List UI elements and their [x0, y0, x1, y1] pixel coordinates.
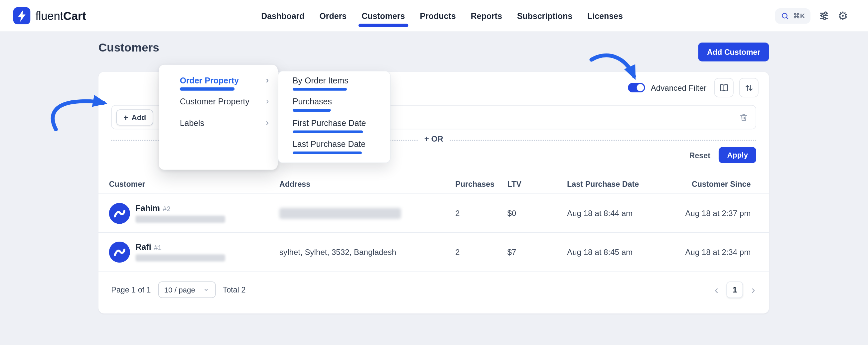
customer-info: Rafi#1 — [136, 242, 225, 261]
purchases-cell: 2 — [455, 209, 507, 218]
chevron-right-icon: › — [266, 117, 269, 128]
nav-item-orders[interactable]: Orders — [319, 11, 346, 20]
customer-cell: Fahim#2 — [109, 203, 279, 224]
apply-button[interactable]: Apply — [719, 147, 756, 163]
address-cell: sylhet, Sylhet, 3532, Bangladesh — [279, 247, 455, 256]
brand-name-second: Cart — [63, 9, 86, 22]
submenu-item-purchases[interactable]: Purchases — [293, 97, 332, 106]
gear-icon[interactable]: ⚙ — [838, 10, 848, 22]
viewport: fluentCart Dashboard Orders Customers Pr… — [0, 0, 868, 345]
redacted-email — [136, 216, 225, 223]
add-customer-button[interactable]: Add Customer — [698, 42, 769, 62]
avatar — [109, 203, 130, 224]
last-purchase-cell: Aug 18 at 8:45 am — [567, 247, 676, 256]
nav-item-licenses[interactable]: Licenses — [587, 11, 623, 20]
page-info: Page 1 of 1 — [111, 285, 151, 294]
nav-item-customers[interactable]: Customers — [362, 11, 405, 20]
menu-item-label: Labels — [180, 118, 205, 127]
page-title: Customers — [98, 41, 159, 54]
skeleton-bar — [293, 131, 363, 133]
menu-item-customer-property[interactable]: Customer Property › — [159, 91, 278, 112]
pagination-bar: Page 1 of 1 10 / page ⌄ Total 2 ‹ 1 › — [98, 278, 769, 302]
reset-button[interactable]: Reset — [689, 148, 710, 163]
advanced-filter-label: Advanced Filter — [651, 83, 707, 92]
search-icon — [780, 11, 789, 20]
nav-item-subscriptions[interactable]: Subscriptions — [517, 11, 572, 20]
prev-page-chevron-left-icon[interactable]: ‹ — [713, 284, 719, 295]
menu-item-label: Customer Property — [180, 96, 249, 106]
nav-item-products[interactable]: Products — [420, 11, 456, 20]
search-shortcut-label: ⌘K — [793, 12, 805, 20]
filter-option-submenu: By Order Items Purchases First Purchase … — [278, 71, 391, 163]
brand-logo[interactable]: fluentCart — [13, 7, 86, 25]
avatar — [109, 241, 130, 262]
purchases-cell: 2 — [455, 247, 507, 256]
toggle-knob — [637, 84, 644, 91]
total-count: Total 2 — [223, 285, 246, 294]
brand-name: fluentCart — [35, 9, 86, 22]
ltv-cell: $7 — [507, 247, 567, 256]
customer-info: Fahim#2 — [136, 203, 225, 223]
submenu-item-first-purchase-date[interactable]: First Purchase Date — [293, 118, 366, 128]
nav-item-dashboard[interactable]: Dashboard — [261, 11, 304, 20]
arrow-to-add-button — [53, 101, 103, 129]
add-filter-label: Add — [132, 113, 146, 122]
table-row[interactable]: Rafi#1 sylhet, Sylhet, 3532, Bangladesh … — [98, 233, 769, 271]
brand-name-first: fluent — [35, 9, 63, 22]
skeleton-bar — [180, 87, 235, 91]
address-cell — [279, 208, 455, 219]
main-nav: Dashboard Orders Customers Products Repo… — [261, 0, 623, 32]
customer-name: Fahim — [136, 203, 160, 213]
chevron-down-icon: ⌄ — [203, 283, 210, 292]
skeleton-bar — [293, 109, 331, 112]
skeleton-bar — [293, 88, 347, 90]
or-divider-button[interactable]: + OR — [418, 134, 450, 143]
redacted-email — [136, 254, 225, 261]
trash-icon[interactable] — [739, 113, 748, 122]
col-header-last-purchase-date: Last Purchase Date — [567, 180, 676, 189]
redacted-address — [279, 208, 401, 219]
nav-item-reports[interactable]: Reports — [471, 11, 502, 20]
chevron-right-icon: › — [266, 75, 269, 86]
menu-item-label: Order Property — [180, 75, 239, 85]
sort-button[interactable] — [739, 78, 758, 97]
skeleton-bar — [293, 152, 362, 154]
submenu-item-by-order-items[interactable]: By Order Items — [293, 76, 348, 85]
filter-header: Advanced Filter — [628, 78, 758, 97]
chevron-right-icon: › — [266, 96, 269, 107]
search-button[interactable]: ⌘K — [775, 8, 810, 24]
sliders-icon[interactable] — [819, 11, 830, 21]
add-filter-button[interactable]: + Add — [116, 109, 153, 125]
top-navigation-bar: fluentCart Dashboard Orders Customers Pr… — [0, 0, 868, 32]
customer-id-badge: #1 — [154, 244, 162, 252]
brand-logo-icon — [13, 7, 31, 25]
nav-actions: ⌘K ⚙ — [775, 0, 848, 32]
submenu-item-last-purchase-date[interactable]: Last Purchase Date — [293, 139, 366, 149]
customer-name: Rafi — [136, 242, 151, 252]
table-header-row: Customer Address Purchases LTV Last Purc… — [98, 175, 769, 194]
docs-button[interactable] — [714, 78, 734, 97]
sort-arrows-icon — [744, 83, 754, 93]
menu-item-labels[interactable]: Labels › — [159, 112, 278, 133]
per-page-value: 10 / page — [164, 285, 195, 294]
filter-group-menu: Order Property › Customer Property › Lab… — [159, 65, 278, 170]
ltv-cell: $0 — [507, 209, 567, 218]
customer-id-badge: #2 — [163, 205, 170, 213]
customer-since-cell: Aug 18 at 2:34 pm — [676, 247, 751, 256]
table-row[interactable]: Fahim#2 2 $0 Aug 18 at 8:44 am Aug 18 at… — [98, 194, 769, 233]
col-header-customer: Customer — [109, 180, 279, 189]
book-open-icon — [719, 83, 729, 93]
per-page-select[interactable]: 10 / page ⌄ — [158, 282, 216, 298]
col-header-address: Address — [279, 180, 455, 189]
advanced-filter-toggle[interactable] — [628, 83, 645, 92]
col-header-ltv: LTV — [507, 180, 567, 189]
next-page-chevron-right-icon[interactable]: › — [750, 284, 756, 295]
col-header-customer-since: Customer Since — [676, 180, 751, 189]
last-purchase-cell: Aug 18 at 8:44 am — [567, 209, 676, 218]
col-header-purchases: Purchases — [455, 180, 507, 189]
page-number-button[interactable]: 1 — [727, 282, 743, 298]
customer-cell: Rafi#1 — [109, 241, 279, 262]
customer-since-cell: Aug 18 at 2:37 pm — [676, 209, 751, 218]
plus-icon: + — [123, 113, 128, 122]
